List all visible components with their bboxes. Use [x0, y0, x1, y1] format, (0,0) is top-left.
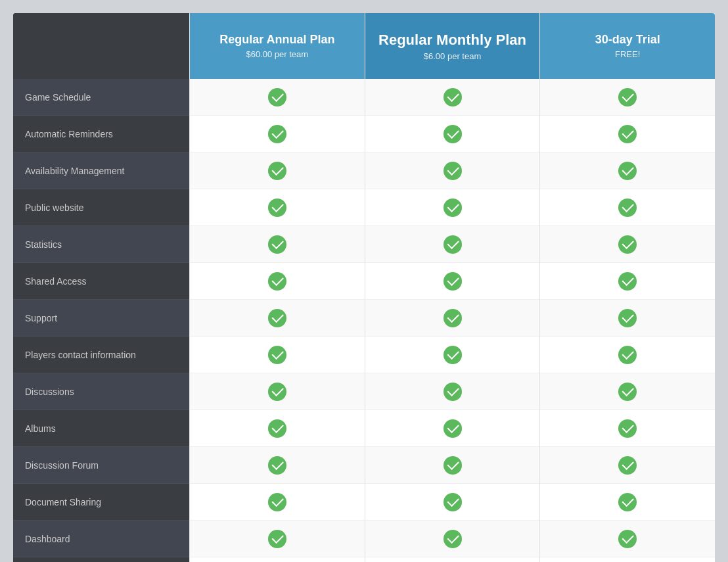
check-row — [190, 226, 365, 263]
check-row — [365, 337, 540, 373]
check-icon — [618, 162, 637, 180]
check-row — [190, 410, 365, 447]
check-row — [540, 373, 715, 410]
plan-col-trial: 30-day TrialFREE!CREATE MY TEAM — [539, 13, 715, 562]
check-row — [540, 116, 715, 152]
check-icon — [268, 493, 286, 511]
check-row — [190, 337, 365, 373]
check-icon — [618, 346, 637, 364]
feature-row: Automatic Reminders — [13, 116, 189, 152]
check-row — [190, 373, 365, 410]
check-icon — [444, 383, 462, 401]
check-row — [190, 152, 365, 189]
check-icon — [268, 309, 286, 327]
check-icon — [444, 199, 462, 217]
check-icon — [618, 88, 637, 106]
check-row — [540, 484, 715, 521]
plan-col-annual: Regular Annual Plan$60.00 per teamCREATE… — [189, 13, 365, 562]
check-icon — [618, 493, 637, 511]
feature-row: Albums — [13, 410, 189, 447]
check-icon — [444, 346, 462, 364]
plan-price-monthly: $6.00 per team — [424, 51, 481, 61]
check-row — [540, 263, 715, 300]
check-icon — [268, 272, 286, 291]
check-row — [365, 152, 540, 189]
check-row — [365, 373, 540, 410]
check-icon — [618, 199, 637, 217]
check-icon — [618, 235, 637, 254]
check-icon — [268, 456, 286, 475]
check-icon — [618, 383, 637, 401]
check-row — [190, 263, 365, 300]
plan-name-annual: Regular Annual Plan — [219, 33, 334, 47]
check-row — [540, 447, 715, 484]
check-icon — [268, 346, 286, 364]
plan-name-monthly: Regular Monthly Plan — [378, 32, 526, 49]
check-row — [190, 484, 365, 521]
check-icon — [268, 530, 286, 548]
check-icon — [444, 456, 462, 475]
check-row — [365, 226, 540, 263]
check-icon — [268, 235, 286, 254]
check-row — [365, 79, 540, 116]
check-row — [365, 484, 540, 521]
check-icon — [618, 272, 637, 291]
check-icon — [444, 309, 462, 327]
check-row — [540, 521, 715, 557]
check-row — [190, 300, 365, 337]
check-row — [540, 337, 715, 373]
feature-row: Support — [13, 300, 189, 337]
plan-header-annual: Regular Annual Plan$60.00 per team — [190, 13, 365, 79]
check-row — [365, 263, 540, 300]
plan-header-trial: 30-day TrialFREE! — [540, 13, 715, 79]
feature-row: Public website — [13, 189, 189, 226]
check-icon — [444, 162, 462, 180]
check-icon — [618, 309, 637, 327]
cta-row-monthly: CREATE MY TEAM — [365, 557, 540, 562]
check-row — [190, 79, 365, 116]
check-row — [540, 226, 715, 263]
plan-price-annual: $60.00 per team — [246, 49, 308, 59]
feature-row: Discussions — [13, 373, 189, 410]
check-icon — [444, 272, 462, 291]
check-row — [540, 300, 715, 337]
check-row — [365, 447, 540, 484]
check-icon — [444, 493, 462, 511]
check-row — [365, 116, 540, 152]
cta-row-trial: CREATE MY TEAM — [540, 557, 715, 562]
check-row — [365, 300, 540, 337]
check-row — [190, 189, 365, 226]
feature-row: Players contact information — [13, 337, 189, 373]
check-icon — [444, 530, 462, 548]
plan-header-monthly: Regular Monthly Plan$6.00 per team — [365, 13, 540, 79]
check-row — [190, 521, 365, 557]
feature-row: Shared Access — [13, 263, 189, 300]
check-icon — [444, 125, 462, 143]
check-icon — [444, 235, 462, 254]
check-row — [540, 189, 715, 226]
feature-row: Statistics — [13, 226, 189, 263]
features-column: Game ScheduleAutomatic RemindersAvailabi… — [13, 13, 189, 562]
features-header-spacer — [13, 13, 189, 79]
check-icon — [444, 419, 462, 438]
plan-price-trial: FREE! — [615, 49, 640, 59]
check-icon — [268, 383, 286, 401]
check-icon — [618, 125, 637, 143]
plan-col-monthly: Regular Monthly Plan$6.00 per teamCREATE… — [365, 13, 540, 562]
check-icon — [268, 162, 286, 180]
feature-row: Discussion Forum — [13, 447, 189, 484]
check-row — [540, 152, 715, 189]
check-icon — [618, 530, 637, 548]
feature-row: Dashboard — [13, 521, 189, 557]
check-row — [190, 447, 365, 484]
feature-row: Game Schedule — [13, 79, 189, 116]
check-row — [540, 410, 715, 447]
check-icon — [618, 456, 637, 475]
feature-row: Availability Management — [13, 152, 189, 189]
feature-row: Document Sharing — [13, 484, 189, 521]
check-icon — [268, 125, 286, 143]
check-icon — [268, 199, 286, 217]
check-icon — [444, 88, 462, 106]
check-row — [540, 79, 715, 116]
check-row — [365, 521, 540, 557]
